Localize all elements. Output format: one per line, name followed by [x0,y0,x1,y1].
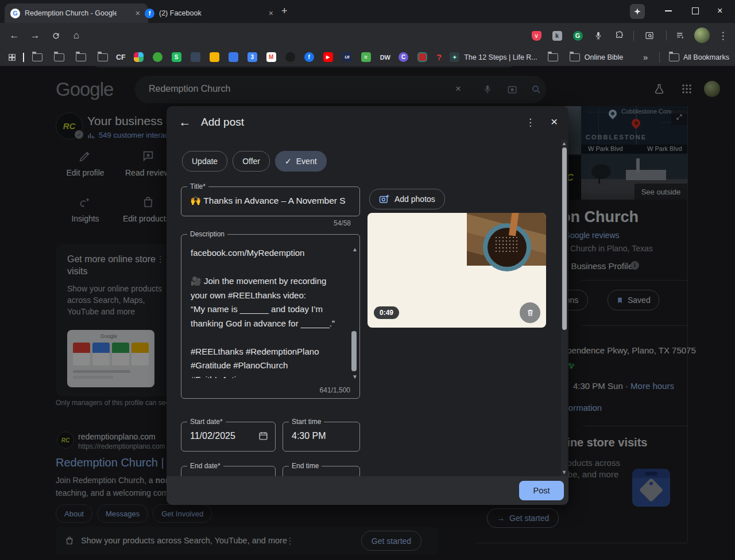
description-scrollbar-thumb[interactable] [351,331,357,371]
sidepanel-search-icon[interactable] [642,28,657,43]
menu-kebab-icon[interactable]: ⋮ [715,28,730,43]
dialog-kebab-icon[interactable]: ⋮ [521,115,540,130]
close-button[interactable]: × [717,6,722,16]
bookmark-12steps-icon[interactable]: ✦ [450,52,459,62]
bookmark-folder-bible-icon[interactable] [570,53,580,61]
back-icon[interactable]: ← [7,28,22,43]
tab-facebook[interactable]: f (2) Facebook × [139,3,281,23]
post-button[interactable]: Post [519,481,564,500]
start-time-value: 4:30 PM [292,431,326,441]
bookmark-folder-icon[interactable] [548,53,558,61]
bookmark-tree-site-icon[interactable] [191,52,200,62]
description-text[interactable]: facebook.com/MyRedemption 🎥 Join the mov… [191,246,342,378]
bookmark-folder-icon[interactable] [32,53,42,61]
bookmarks-overflow-chevron[interactable]: » [643,52,648,62]
bookmark-slack-icon[interactable] [134,52,144,62]
sparkle-icon [633,7,641,15]
video-thumbnail [467,213,546,266]
start-time-label: Start time [289,418,324,426]
k-extension-icon[interactable]: k [550,28,564,43]
scroll-down-icon[interactable]: ▼ [352,374,358,380]
bookmark-question-site-icon[interactable]: ? [436,52,442,62]
back-arrow-icon[interactable]: ← [177,114,193,130]
description-field[interactable]: Description facebook.com/MyRedemption 🎥 … [181,234,360,399]
start-date-field[interactable]: Start date* 11/02/2025 [181,422,276,452]
minimize-button[interactable] [665,10,672,11]
bookmark-google-calendar-icon[interactable]: 3 [247,52,257,62]
add-photo-camera-icon [379,194,389,204]
description-counter: 641/1,500 [320,386,350,394]
add-photos-button[interactable]: Add photos [369,189,445,209]
post-type-tabs: ✓Update✓Offer✓Event [182,151,332,172]
scroll-down-icon[interactable]: ▼ [562,469,567,475]
dialog-footer: Post [167,476,568,505]
dialog-scrollbar[interactable]: ▲ ▼ [561,139,567,476]
post-type-chip[interactable]: ✓Update [182,151,227,172]
all-bookmarks[interactable]: All Bookmarks [683,53,729,61]
bookmark-lock-site-icon[interactable] [417,52,427,62]
bookmark-gmail-icon[interactable]: M [266,52,276,62]
media-playlist-icon[interactable] [673,28,688,43]
browser-toolbar: ← → ⌂ https://www.google.com/search?q=Re… [0,23,735,48]
bookmark-google-keep-icon[interactable] [210,52,219,62]
maximize-button[interactable] [692,7,699,14]
video-duration-badge: 0:49 [374,306,399,319]
title-field-value: 🙌 Thanks in Advance – A November S [190,196,352,206]
dialog-scrollbar-thumb[interactable] [562,147,567,330]
tab-google-search[interactable]: G Redemption Church - Google S × [5,3,148,23]
bookmark-dw[interactable]: DW [380,54,390,61]
post-type-chip[interactable]: ✓Event [275,151,327,172]
tab-title: Redemption Church - Google S [25,9,117,17]
bookmark-facebook-icon[interactable]: f [304,52,314,62]
toolbar-divider [666,30,667,41]
extensions-puzzle-icon[interactable] [612,28,627,43]
bookmark-list-site-icon[interactable]: ≡ [361,52,371,62]
bookmark-folder-icon[interactable] [98,53,108,61]
start-date-value: 11/02/2025 [190,431,235,441]
bookmark-gloo-icon[interactable] [153,52,163,62]
title-field[interactable]: Title* 🙌 Thanks in Advance – A November … [181,186,360,216]
check-icon: ✓ [285,157,292,166]
browser-window: G Redemption Church - Google S × f (2) F… [0,0,735,560]
scroll-up-icon[interactable]: ▲ [352,246,358,252]
calendar-icon[interactable] [258,431,268,441]
dialog-title: Add post [201,116,244,129]
start-date-label: Start date* [187,418,226,426]
bookmark-youtube-icon[interactable]: ▶ [323,52,333,62]
bookmark-12steps[interactable]: The 12 Steps | Life R... [464,53,537,61]
new-tab-button[interactable]: + [281,5,288,17]
tab-title: (2) Facebook [159,9,202,17]
dialog-close-icon[interactable]: × [547,114,561,130]
bookmark-folder-icon[interactable] [76,53,86,61]
end-date-label: End date* [187,462,223,470]
bookmark-online-bible[interactable]: Online Bible [585,53,623,61]
post-type-chip[interactable]: ✓Offer [233,151,270,172]
start-time-field[interactable]: Start time 4:30 PM [283,422,360,452]
bookmark-cf[interactable]: CF [116,53,126,61]
profile-avatar[interactable] [694,28,710,43]
bookmark-c-site-icon[interactable]: C [399,52,408,62]
bookmark-ui-icon[interactable]: UI [342,52,352,62]
bookmark-subsplash-icon[interactable]: S [172,52,181,62]
grammarly-extension-icon[interactable]: G [570,28,585,43]
end-time-label: End time [289,462,322,470]
bookmark-tc-icon[interactable] [285,52,295,62]
bookmark-google-docs-icon[interactable] [229,52,238,62]
apps-grid-icon[interactable] [8,53,16,61]
bookmark-folder-icon[interactable] [54,53,64,61]
forward-icon[interactable]: → [28,28,42,43]
tab-strip: G Redemption Church - Google S × f (2) F… [0,0,735,23]
description-field-label: Description [187,230,227,238]
reload-icon[interactable] [48,28,63,43]
delete-media-button[interactable] [520,302,540,323]
media-preview-card[interactable]: 0:49 [368,213,546,328]
home-icon[interactable]: ⌂ [69,28,84,43]
microphone-icon[interactable] [591,28,606,43]
all-bookmarks-folder-icon[interactable] [669,53,679,61]
sparkle-button[interactable] [630,4,645,19]
tab-close-icon[interactable]: × [266,9,276,18]
scroll-up-icon[interactable]: ▲ [562,141,567,146]
title-counter: 54/58 [181,219,351,227]
pocket-extension-icon[interactable]: ∨ [529,28,544,43]
title-field-label: Title* [187,182,208,190]
